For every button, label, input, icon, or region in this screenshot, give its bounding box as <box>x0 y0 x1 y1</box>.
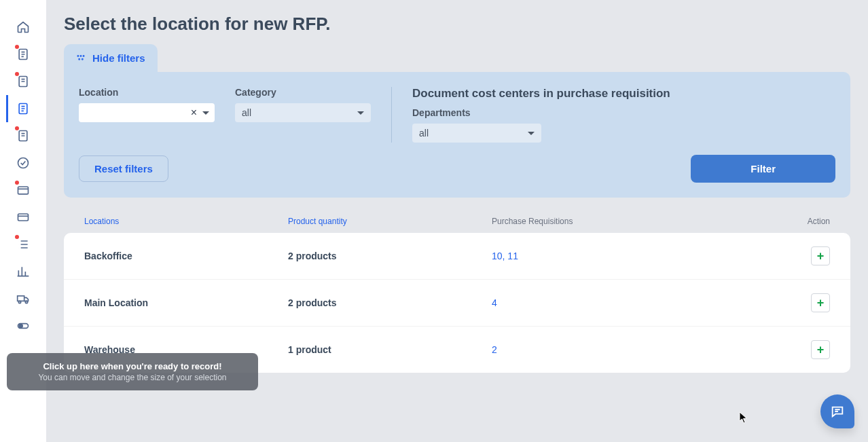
departments-value: all <box>419 128 429 139</box>
filter-icon <box>76 54 86 63</box>
truck-icon <box>16 292 30 306</box>
cell-pr-link[interactable]: 2 <box>492 344 497 355</box>
chat-button[interactable] <box>820 394 854 428</box>
svg-point-9 <box>25 301 27 303</box>
table-body: Backoffice 2 products 10, 11 + Main Loca… <box>64 233 850 373</box>
reset-filters-button[interactable]: Reset filters <box>79 155 168 182</box>
recording-hint-overlay: Click up here when you're ready to recor… <box>7 353 258 390</box>
filter-buttons-row: Reset filters Filter <box>79 155 835 183</box>
cost-center-section: Document cost centers in purchase requis… <box>412 87 670 143</box>
hide-filters-label: Hide filters <box>92 52 145 64</box>
document-icon <box>16 102 30 115</box>
svg-rect-7 <box>18 296 24 301</box>
svg-point-15 <box>79 58 80 60</box>
filter-row: Location × Category all Document cost ce… <box>79 87 835 143</box>
th-quantity[interactable]: Product quantity <box>288 217 492 226</box>
add-button[interactable]: + <box>811 246 830 265</box>
svg-point-12 <box>77 55 79 56</box>
sidebar-item-doc1[interactable] <box>6 41 39 68</box>
document-icon <box>16 48 30 61</box>
sidebar-item-truck[interactable] <box>6 285 39 312</box>
svg-point-14 <box>83 55 84 56</box>
notification-dot-icon <box>15 235 19 239</box>
cell-quantity: 2 products <box>288 297 492 308</box>
svg-rect-6 <box>18 214 29 221</box>
notification-dot-icon <box>15 181 19 185</box>
th-action: Action <box>789 217 830 226</box>
cell-quantity: 2 products <box>288 251 492 261</box>
category-select[interactable]: all <box>235 103 371 122</box>
chevron-down-icon[interactable] <box>202 111 209 115</box>
page-title: Select the location for new RFP. <box>64 14 850 35</box>
location-label: Location <box>79 87 215 98</box>
sidebar-item-list[interactable] <box>6 231 39 258</box>
sidebar-item-rfp[interactable] <box>6 95 39 122</box>
location-filter-group: Location × <box>79 87 215 143</box>
wallet-icon <box>16 183 30 197</box>
th-purchase-requisitions: Purchase Requisitions <box>492 217 789 226</box>
check-circle-icon <box>16 156 30 170</box>
cell-location: Main Location <box>84 297 288 308</box>
svg-point-16 <box>82 58 83 60</box>
card-icon <box>16 210 30 224</box>
location-input[interactable]: × <box>79 103 215 122</box>
notification-dot-icon <box>15 126 19 130</box>
locations-table: Locations Product quantity Purchase Requ… <box>64 210 850 373</box>
cost-center-title: Document cost centers in purchase requis… <box>412 87 670 100</box>
home-icon <box>16 20 30 34</box>
sidebar-item-check[interactable] <box>6 149 39 177</box>
svg-point-11 <box>19 325 22 328</box>
plus-icon: + <box>817 296 825 310</box>
sidebar-item-wallet[interactable] <box>6 177 39 204</box>
svg-rect-5 <box>18 187 29 194</box>
hide-filters-toggle[interactable]: Hide filters <box>64 44 158 72</box>
cell-pr-link[interactable]: 10, 11 <box>492 251 518 261</box>
divider <box>391 87 392 143</box>
chevron-down-icon <box>357 111 364 115</box>
category-filter-group: Category all <box>235 87 371 143</box>
notification-dot-icon <box>15 72 19 76</box>
sidebar-item-toggle[interactable] <box>6 312 39 339</box>
category-label: Category <box>235 87 371 98</box>
chat-icon <box>830 404 845 419</box>
departments-filter-group: Departments all <box>412 107 670 143</box>
sidebar-item-card[interactable] <box>6 204 39 231</box>
hint-line1: Click up here when you're ready to recor… <box>16 361 249 371</box>
table-header-row: Locations Product quantity Purchase Requ… <box>64 210 850 233</box>
svg-point-13 <box>80 55 82 56</box>
hint-line2: You can move and change the size of your… <box>16 373 249 382</box>
filter-button[interactable]: Filter <box>691 155 835 183</box>
svg-point-8 <box>18 301 20 303</box>
sidebar-item-doc2[interactable] <box>6 68 39 95</box>
add-button[interactable]: + <box>811 340 830 359</box>
plus-icon: + <box>817 249 825 263</box>
th-locations[interactable]: Locations <box>84 217 288 226</box>
cell-location: Backoffice <box>84 251 288 261</box>
list-icon <box>16 238 30 251</box>
document-icon <box>16 129 30 143</box>
document-icon <box>16 75 30 88</box>
departments-select[interactable]: all <box>412 124 541 143</box>
sidebar-item-home[interactable] <box>6 14 39 41</box>
notification-dot-icon <box>15 45 19 49</box>
table-row: Main Location 2 products 4 + <box>64 280 850 327</box>
cell-pr-link[interactable]: 4 <box>492 297 497 308</box>
toggle-icon <box>16 319 30 333</box>
clear-icon[interactable]: × <box>191 107 197 119</box>
sidebar-item-doc3[interactable] <box>6 122 39 149</box>
cell-quantity: 1 product <box>288 344 492 355</box>
table-row: Backoffice 2 products 10, 11 + <box>64 233 850 280</box>
plus-icon: + <box>817 343 825 357</box>
sidebar-item-chart[interactable] <box>6 258 39 285</box>
chart-icon <box>16 265 30 278</box>
departments-label: Departments <box>412 107 670 118</box>
svg-point-4 <box>18 158 29 168</box>
category-value: all <box>242 107 251 118</box>
filter-panel: Location × Category all Document cost ce… <box>64 72 850 198</box>
chevron-down-icon <box>528 132 535 135</box>
add-button[interactable]: + <box>811 293 830 312</box>
